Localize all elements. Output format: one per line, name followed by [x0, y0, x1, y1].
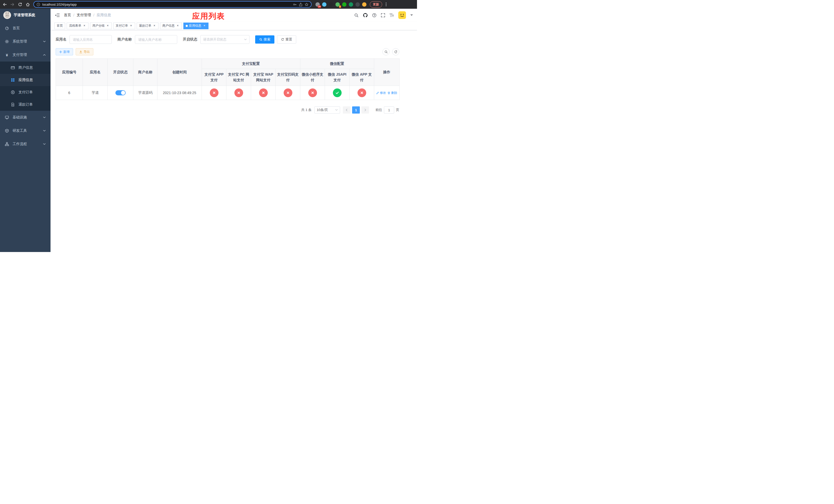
status-select[interactable]: 请选择开启状态	[200, 35, 249, 44]
tab-process-form[interactable]: 流程表单×	[67, 23, 88, 29]
sidebar-item-payment[interactable]: ¥ 支付管理	[0, 48, 50, 62]
green-book-extension-icon[interactable]	[349, 2, 353, 7]
refresh-icon	[281, 38, 284, 41]
sidebar-item-refund-order[interactable]: 退款订单	[0, 98, 50, 111]
merchant-name-label: 商户名称	[117, 37, 132, 42]
sidebar-item-system[interactable]: 系统管理	[0, 35, 50, 48]
app-name-input[interactable]	[69, 35, 112, 44]
dashboard-icon	[5, 26, 9, 30]
tab-app-info[interactable]: 应用信息×	[183, 23, 208, 29]
avatar-caret-icon[interactable]	[410, 14, 413, 16]
page-number-button[interactable]: 1	[352, 107, 360, 114]
col-status: 开启状态	[108, 59, 133, 86]
col-alipay-qr: 支付宝扫码支付	[276, 69, 300, 86]
dark-pin-extension-icon[interactable]	[355, 2, 360, 7]
cell-app-name: 芋道	[83, 86, 108, 100]
refresh-table-button[interactable]	[392, 48, 399, 55]
status-switch[interactable]	[115, 90, 126, 95]
tab-home[interactable]: 首页	[54, 23, 65, 29]
github-icon[interactable]	[363, 13, 368, 18]
browser-forward-icon[interactable]	[10, 2, 15, 7]
reset-button[interactable]: 重置	[277, 36, 296, 44]
sidebar-item-pay-order[interactable]: 支付订单	[0, 86, 50, 98]
share-icon[interactable]	[299, 3, 303, 6]
puzzle-extension-icon[interactable]: 10	[315, 2, 320, 7]
cell-status	[108, 86, 133, 100]
col-app-id: 应用编号	[56, 59, 83, 86]
help-icon[interactable]	[372, 13, 376, 18]
site-info-icon[interactable]	[37, 3, 40, 6]
col-app-name: 应用名	[83, 59, 108, 86]
wechat-devtools-extension-icon[interactable]	[342, 2, 347, 7]
sidebar-item-infrastructure[interactable]: 基础设施	[0, 111, 50, 124]
tab-user-group[interactable]: 用户分组×	[90, 23, 112, 29]
browser-menu-icon[interactable]	[386, 2, 387, 6]
app-table: 应用编号 应用名 开启状态 商户名称 创建时间 支付宝配置 微信配置 操作 支付…	[56, 59, 399, 100]
breadcrumb-home[interactable]: 首页	[64, 13, 71, 18]
add-button[interactable]: 新增	[56, 48, 73, 55]
delete-link[interactable]: 删除	[388, 91, 397, 95]
dark-globe-extension-icon[interactable]	[329, 2, 333, 7]
green-circle-extension-icon[interactable]: 1	[335, 2, 340, 7]
tab-close-icon[interactable]: ×	[83, 24, 86, 28]
merchant-name-input[interactable]	[135, 35, 177, 44]
prev-page-button[interactable]	[343, 107, 351, 114]
search-button[interactable]: 搜索	[255, 36, 275, 44]
filter-form: 应用名 商户名称 开启状态 请选择开启状态 搜索	[56, 35, 412, 44]
goto-page-input[interactable]	[384, 107, 394, 114]
switch-knob	[121, 91, 125, 95]
font-size-icon[interactable]	[390, 13, 394, 18]
browser-update-button[interactable]: 更新	[370, 1, 382, 8]
address-bar[interactable]: localhost:1024/pay/app	[33, 1, 312, 8]
sidebar-toggle-icon[interactable]	[54, 13, 60, 18]
tab-close-icon[interactable]: ×	[106, 24, 110, 28]
pager: 1	[343, 107, 369, 114]
tags-view: 首页 流程表单× 用户分组× 支付订单× 退款订单× 商户信息× 应用信息×	[50, 22, 417, 30]
chevron-down-icon	[43, 130, 46, 132]
next-page-button[interactable]	[361, 107, 369, 114]
chevron-left-icon	[346, 109, 348, 111]
sidebar: 芋道管理系统 首页 系统管理 ¥ 支付管理 商户信息	[0, 9, 50, 252]
total-count: 共 1 条	[301, 108, 312, 112]
alipay-wap-status-icon	[259, 88, 268, 97]
app-grid-icon	[11, 78, 15, 82]
page-content: 应用名 商户名称 开启状态 请选择开启状态 搜索	[50, 30, 417, 252]
user-avatar[interactable]	[398, 11, 406, 19]
fullscreen-icon[interactable]	[381, 13, 385, 18]
sidebar-item-dev-tools[interactable]: 研发工具	[0, 124, 50, 137]
payment-submenu: 商户信息 应用信息 支付订单 退款订单	[0, 62, 50, 111]
browser-home-icon[interactable]	[26, 2, 30, 7]
table-row: 6 芋道 芋道源码 2021-10-23 08:49:25	[56, 86, 399, 100]
table-toolbar: 新增 导出	[56, 48, 399, 55]
edit-link[interactable]: 修改	[376, 91, 386, 95]
tab-merchant-info[interactable]: 商户信息×	[160, 23, 182, 29]
wechat-jsapi-status-icon	[333, 88, 342, 97]
tab-refund-order[interactable]: 退款订单×	[137, 23, 158, 29]
edit-pencil-icon	[376, 92, 379, 94]
tab-close-icon[interactable]: ×	[203, 24, 206, 28]
blue-drop-extension-icon[interactable]	[322, 2, 327, 7]
sidebar-item-merchant-info[interactable]: 商户信息	[0, 62, 50, 74]
cell-merchant: 芋道源码	[133, 86, 157, 100]
sidebar-item-app-info[interactable]: 应用信息	[0, 74, 50, 86]
sidebar-item-home[interactable]: 首页	[0, 22, 50, 35]
main-area: 首页 / 支付管理 / 应用信息 应用列表 首页 流程表	[50, 9, 417, 252]
password-key-icon[interactable]	[293, 3, 297, 6]
browser-reload-icon[interactable]	[18, 2, 22, 7]
tab-close-icon[interactable]: ×	[129, 24, 133, 28]
sidebar-item-workflow[interactable]: 工作流程	[0, 137, 50, 151]
breadcrumb-payment[interactable]: 支付管理	[77, 13, 91, 18]
sidebar-menu: 首页 系统管理 ¥ 支付管理 商户信息 应用信息	[0, 22, 50, 151]
toggle-search-button[interactable]	[382, 48, 390, 55]
page-title-annotation: 应用列表	[192, 11, 225, 22]
search-icon[interactable]	[354, 13, 358, 18]
export-button[interactable]: 导出	[76, 48, 93, 55]
browser-back-icon[interactable]	[3, 2, 7, 7]
app-logo[interactable]: 芋道管理系统	[0, 9, 50, 22]
tab-pay-order[interactable]: 支付订单×	[113, 23, 135, 29]
tab-close-icon[interactable]: ×	[176, 24, 179, 28]
tab-close-icon[interactable]: ×	[153, 24, 156, 28]
yellow-face-extension-icon[interactable]	[362, 2, 367, 7]
bookmark-star-icon[interactable]	[305, 3, 308, 6]
page-size-select[interactable]: 10条/页	[314, 107, 340, 114]
